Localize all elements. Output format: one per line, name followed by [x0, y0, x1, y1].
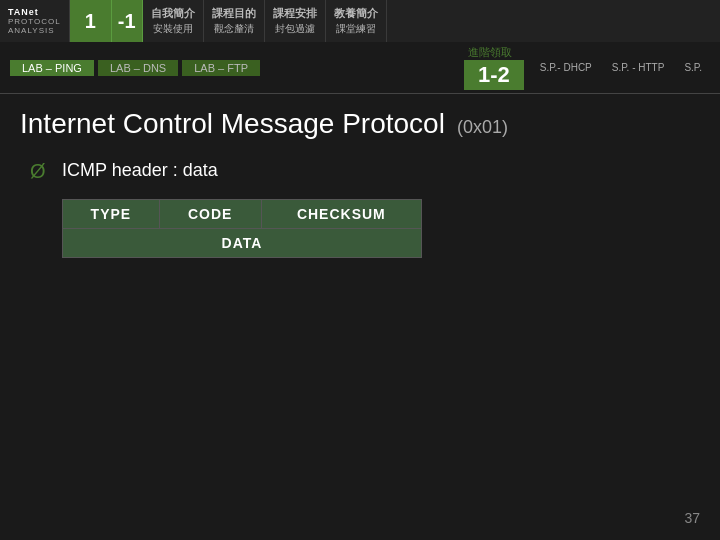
- header-row: TANet PROTOCOL ANALYSIS 1 -1 自我簡介 安裝使用 課…: [0, 0, 720, 42]
- protocol-label: PROTOCOL: [8, 17, 61, 26]
- sp-buttons: S.P.- DHCP S.P. - HTTP S.P.: [532, 60, 710, 75]
- page-number: 37: [684, 510, 700, 526]
- section-number: 1-2: [464, 60, 524, 90]
- page-title-block: Internet Control Message Protocol (0x01): [20, 108, 700, 140]
- table-cell-type: TYPE: [63, 200, 160, 229]
- nav-tabs-area: 自我簡介 安裝使用 課程目的 觀念釐清 課程安排 封包過濾 教養簡介 課堂練習: [143, 0, 720, 42]
- page-title-code: (0x01): [457, 117, 508, 138]
- chapter-badge: 1: [70, 0, 112, 42]
- analysis-label: ANALYSIS: [8, 26, 61, 35]
- section-body: Ø ICMP header : data TYPE CODE CHECKSUM …: [20, 160, 700, 258]
- table-row-2: DATA: [63, 229, 422, 258]
- table-row-1: TYPE CODE CHECKSUM: [63, 200, 422, 229]
- lab-dns-btn[interactable]: LAB – DNS: [98, 60, 178, 76]
- table-cell-data: DATA: [63, 229, 422, 258]
- advance-section: 進階領取 1-2: [456, 45, 524, 90]
- bullet-symbol: Ø: [30, 160, 50, 183]
- nav-tab-1[interactable]: 課程目的 觀念釐清: [204, 0, 265, 42]
- nav-tab-3[interactable]: 教養簡介 課堂練習: [326, 0, 387, 42]
- chapter-sub: -1: [112, 0, 143, 42]
- brand-name: TANet: [8, 7, 61, 17]
- table-cell-checksum: CHECKSUM: [261, 200, 421, 229]
- page-title-text: Internet Control Message Protocol: [20, 108, 445, 140]
- lab-buttons: LAB – PING LAB – DNS LAB – FTP: [10, 60, 260, 76]
- icmp-table: TYPE CODE CHECKSUM DATA: [62, 199, 422, 258]
- lab-ftp-btn[interactable]: LAB – FTP: [182, 60, 260, 76]
- right-nav: 進階領取 1-2 S.P.- DHCP S.P. - HTTP S.P.: [456, 45, 710, 90]
- lab-section: LAB – PING LAB – DNS LAB – FTP: [10, 60, 260, 76]
- bullet-text: ICMP header : data: [62, 160, 218, 181]
- advance-label: 進階領取: [468, 45, 512, 60]
- sp-dhcp-btn[interactable]: S.P.- DHCP: [532, 60, 600, 75]
- sp-http-btn[interactable]: S.P. - HTTP: [604, 60, 673, 75]
- sp-last-btn[interactable]: S.P.: [676, 60, 710, 75]
- nav-tab-0[interactable]: 自我簡介 安裝使用: [143, 0, 204, 42]
- divider: [0, 93, 720, 94]
- lab-ping-btn[interactable]: LAB – PING: [10, 60, 94, 76]
- table-cell-code: CODE: [159, 200, 261, 229]
- bullet-item-0: Ø ICMP header : data: [30, 160, 690, 183]
- logo-block: TANet PROTOCOL ANALYSIS: [0, 0, 70, 42]
- nav-tab-2[interactable]: 課程安排 封包過濾: [265, 0, 326, 42]
- content-area: Internet Control Message Protocol (0x01)…: [0, 98, 720, 258]
- second-nav-row: LAB – PING LAB – DNS LAB – FTP 進階領取 1-2 …: [0, 42, 720, 93]
